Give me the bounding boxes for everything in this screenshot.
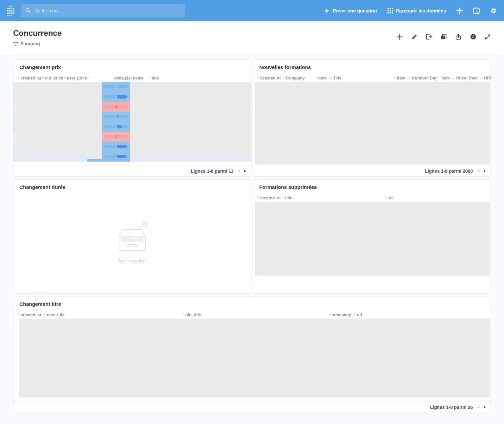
pagination-label: Lignes 1-8 parmi 2000 (425, 168, 473, 174)
pagination-bar: Lignes 1-8 parmi 2000 ◀ ▶ (253, 165, 491, 176)
empty-box-illustration (113, 222, 151, 253)
pagination-label: Lignes 1-8 parmi 26 (430, 405, 473, 410)
plus-icon (456, 8, 463, 14)
sort-chevron-icon (257, 196, 259, 200)
browse-data-label: Parcourir les données (396, 8, 446, 13)
delta-minibar-cell (102, 102, 130, 112)
delta-minibar-cell (102, 112, 130, 122)
column-header[interactable]: Item → Duration Days (394, 76, 436, 80)
gear-icon (490, 8, 497, 14)
column-header-label: old_title (185, 313, 201, 317)
card-nouvelles-formations: Nouvelles formations Created AtCompanyIt… (253, 59, 491, 177)
column-header[interactable]: url (385, 196, 424, 200)
delta-minibar-cell (102, 122, 130, 132)
sort-chevron-icon (44, 313, 46, 317)
search-bar[interactable] (21, 4, 185, 17)
dashboard-actions (397, 33, 491, 40)
duplicate-dashboard-button[interactable] (440, 33, 447, 40)
fullscreen-button[interactable] (485, 34, 491, 40)
share-dashboard-button[interactable] (455, 33, 462, 40)
column-header-label: title (285, 196, 292, 200)
column-header[interactable]: url (354, 313, 374, 317)
column-header[interactable]: new_price (64, 76, 88, 80)
edit-dashboard-button[interactable] (411, 34, 417, 40)
add-card-button[interactable] (397, 34, 403, 40)
share-icon (455, 33, 462, 40)
sort-chevron-icon (149, 76, 151, 80)
plus-icon (397, 34, 403, 40)
column-header[interactable]: Item → URL (466, 76, 491, 80)
delta-minibar-cell (102, 142, 130, 151)
empty-state: No results! (13, 222, 251, 265)
column-header[interactable]: Item → Title (315, 76, 394, 80)
ask-question-button[interactable]: Poser une question (324, 8, 377, 14)
sort-chevron-icon (283, 76, 285, 80)
sort-chevron-icon (64, 76, 66, 80)
column-header[interactable]: Item → Price (436, 76, 466, 80)
metabase-logo-icon[interactable] (7, 5, 15, 17)
card-title: Changement prix (19, 64, 61, 70)
grid-icon (388, 8, 393, 13)
sql-editor-button[interactable] (473, 8, 480, 14)
sort-chevron-icon (385, 196, 387, 200)
browse-data-button[interactable]: Parcourir les données (388, 8, 446, 13)
column-header[interactable]: title (149, 76, 198, 80)
pencil-icon (411, 34, 417, 40)
new-button[interactable] (456, 8, 463, 14)
next-page-icon[interactable]: ▶ (484, 169, 486, 172)
column-header[interactable]: new_title (44, 313, 182, 317)
breadcrumb-collection[interactable]: Scraping (13, 41, 40, 46)
search-icon (25, 8, 31, 13)
redacted-data-region (17, 82, 102, 158)
next-page-icon[interactable]: ▶ (244, 169, 246, 172)
redacted-data-region (131, 82, 251, 158)
column-header[interactable]: old_price (42, 76, 64, 80)
column-header[interactable]: Company (283, 76, 315, 80)
pagination-label: Lignes 1-8 parmi 11 (191, 168, 233, 174)
auto-refresh-button[interactable] (470, 33, 476, 40)
horizontal-scrollbar-thumb[interactable] (87, 159, 130, 162)
copy-icon (440, 33, 447, 40)
settings-button[interactable] (490, 8, 497, 14)
previous-page-icon[interactable]: ◀ (477, 406, 479, 409)
dashboard-grid: Changement prix created_atold_pricenew_p… (0, 53, 504, 413)
search-input[interactable] (34, 8, 181, 14)
pagination-bar: Lignes 1-8 parmi 26 ◀ ▶ (13, 401, 491, 413)
table-header-row: created_atold_pricenew_pricedelta ($)nam… (13, 74, 251, 82)
card-changement-prix: Changement prix created_atold_pricenew_p… (13, 59, 251, 177)
table-header-row: created_atnew_titleold_titlecompanyurl (13, 311, 491, 319)
card-formations-supprimees: Formations supprimées created_attitleurl (253, 179, 491, 294)
column-header-label: created_at (260, 196, 281, 200)
ask-question-label: Poser une question (333, 8, 377, 13)
dashboard-header: Concurrence Scraping (0, 21, 504, 53)
column-header-label: Company (286, 76, 305, 80)
sort-chevron-icon (466, 76, 468, 80)
column-header[interactable]: created_at (18, 313, 44, 317)
previous-page-icon[interactable]: ◀ (477, 169, 479, 172)
column-header-label: created_at (21, 313, 41, 317)
move-dashboard-button[interactable] (426, 33, 432, 40)
delta-minibar-cell (102, 132, 130, 142)
column-header[interactable]: created_at (257, 196, 282, 200)
column-header[interactable]: company (330, 313, 354, 317)
column-header[interactable]: title (282, 196, 385, 200)
column-header-label: Created At (260, 76, 281, 80)
column-header[interactable]: old_title (182, 313, 330, 317)
previous-page-icon[interactable]: ◀ (238, 169, 240, 172)
sort-chevron-icon (18, 76, 20, 80)
top-navbar: Poser une question Parcourir les données (0, 0, 504, 21)
collection-label: Scraping (20, 41, 40, 46)
sort-chevron-icon (130, 76, 132, 80)
next-page-icon[interactable]: ▶ (484, 406, 486, 409)
delta-minibar-cell (102, 92, 130, 101)
column-header[interactable]: delta ($) (88, 76, 130, 80)
sort-chevron-icon (18, 313, 20, 317)
column-header[interactable]: created_at (18, 76, 42, 80)
redacted-data-region (255, 82, 490, 164)
sparkle-icon (324, 8, 330, 14)
column-header[interactable]: Created At (257, 76, 283, 80)
column-header-label: old_price (45, 76, 63, 80)
column-header-label: delta ($) (114, 76, 130, 80)
sort-chevron-icon (330, 313, 332, 317)
column-header[interactable]: name (130, 76, 149, 80)
